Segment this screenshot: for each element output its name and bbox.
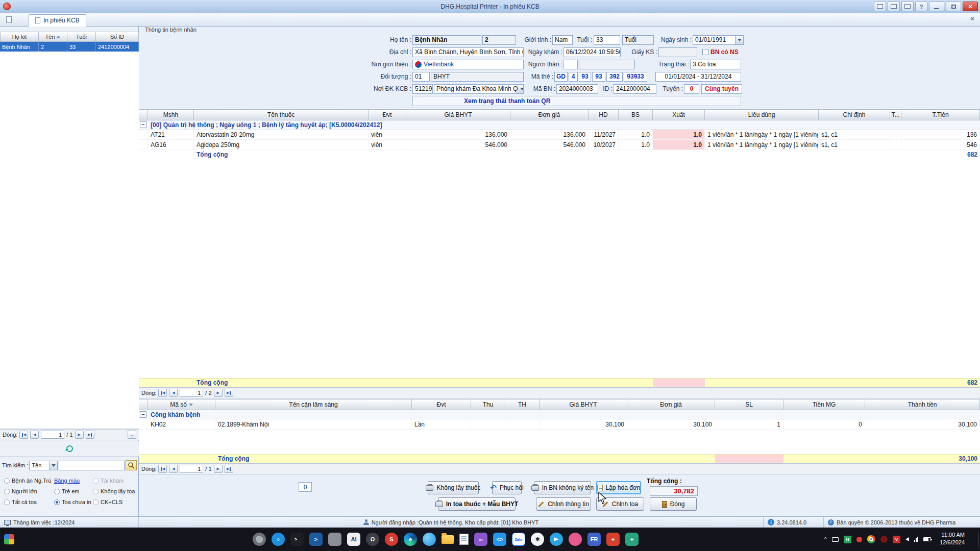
header-dvt[interactable]: Đvt xyxy=(369,110,406,120)
tuoi-unit-input[interactable]: Tuổi xyxy=(622,35,654,45)
trang-thai-input[interactable]: 3.Có toa xyxy=(690,60,741,69)
id-input[interactable]: 2412000004 xyxy=(614,84,656,94)
radio-nguoi-lon[interactable]: Người lớn xyxy=(4,488,54,494)
header-th[interactable]: TH xyxy=(505,399,540,410)
patient-row-selected[interactable]: Bệnh Nhân 2 33 2412000004 xyxy=(0,42,139,52)
ho-ten2-input[interactable]: 2 xyxy=(482,35,516,45)
powershell-icon[interactable]: > xyxy=(309,533,323,546)
gioi-tinh-input[interactable]: Nam xyxy=(552,35,573,45)
collapse-group-icon[interactable]: − xyxy=(140,411,146,418)
ma-the-3[interactable]: 93 xyxy=(579,72,591,82)
header-t[interactable]: T... xyxy=(890,110,901,120)
header-mshh[interactable]: Mshh xyxy=(148,110,194,120)
giay-ks-input[interactable] xyxy=(658,47,697,57)
skype-red-icon[interactable]: S xyxy=(385,533,398,546)
file-explorer-icon[interactable] xyxy=(442,535,454,544)
ma-the-6[interactable]: 93933 xyxy=(624,72,647,82)
tab-in-phieu-kcb[interactable]: In phiếu KCB xyxy=(29,14,86,27)
maximize-button[interactable] xyxy=(946,2,961,11)
medicine-row[interactable]: AG16 Agidopa 250mg viên 546.000 546.000 … xyxy=(139,140,980,150)
next-page-button[interactable]: ▶ xyxy=(75,431,84,439)
ma-the-1[interactable]: GD xyxy=(554,72,568,82)
minimize-button[interactable] xyxy=(929,2,944,11)
tuyen-input[interactable]: 0 xyxy=(684,84,699,94)
last-page-button[interactable]: ▶ xyxy=(86,431,94,439)
ho-ten-input[interactable]: Bệnh Nhân xyxy=(412,35,481,45)
header-don-gia[interactable]: Đơn giá xyxy=(627,399,715,410)
ai-app-icon[interactable]: AI xyxy=(347,533,360,546)
page-input[interactable]: 1 xyxy=(180,389,203,397)
network-icon[interactable] xyxy=(914,537,918,542)
nguoi-than-code-input[interactable] xyxy=(564,60,578,69)
chatgpt-icon[interactable]: ✱ xyxy=(531,533,544,546)
noi-dk-code-input[interactable]: 51219 xyxy=(412,84,433,94)
taskbar-clock[interactable]: 11:00 AM 12/6/2024 xyxy=(940,531,965,546)
col-ho-lot[interactable]: Họ lót xyxy=(0,32,39,42)
settings-gear-icon[interactable] xyxy=(253,533,266,546)
col-so-id[interactable]: Số ID xyxy=(96,32,139,42)
radio-ck-cls[interactable]: CK+CLS xyxy=(93,499,136,505)
radio-tre-em[interactable]: Trẻ em xyxy=(54,488,93,494)
last-page-button[interactable]: ▶ xyxy=(225,465,233,473)
noi-dk-combo[interactable]: Phòng khám Đa Khoa Minh Q xyxy=(434,84,524,94)
office-red-icon[interactable]: + xyxy=(606,533,620,546)
globe-browser-icon[interactable] xyxy=(423,533,436,546)
header-xuat[interactable]: Xuất xyxy=(653,110,705,120)
col-tuoi[interactable]: Tuổi xyxy=(67,32,96,42)
header-bs[interactable]: BS xyxy=(619,110,653,120)
noi-gioi-thieu-input[interactable]: Viettinbank xyxy=(412,60,524,69)
dia-chi-input[interactable]: Xã Bình Chánh, Huyện Bình Sơn, Tỉnh Q xyxy=(412,47,524,57)
prev-page-button[interactable]: ◀ xyxy=(30,431,39,439)
next-page-button[interactable]: ▶ xyxy=(214,389,223,397)
first-page-button[interactable]: ◀ xyxy=(19,431,28,439)
dong-button[interactable]: Đóng xyxy=(650,497,697,511)
header-tien-mg[interactable]: Tiền MG xyxy=(783,399,865,410)
header-thanh-tien[interactable]: Thành tiền xyxy=(865,399,980,410)
service-row[interactable]: KH02 02.1899-Khám Nội Lần 30,100 30,100 … xyxy=(139,419,980,430)
chinh-thong-tin-button[interactable]: Chỉnh thông tin xyxy=(536,497,591,511)
opera-icon[interactable]: O xyxy=(366,533,379,546)
search-icon[interactable]: ○ xyxy=(272,533,285,546)
nguoi-than-input[interactable] xyxy=(579,60,635,69)
collapse-group-icon[interactable]: − xyxy=(140,121,146,128)
header-hd[interactable]: HD xyxy=(589,110,619,120)
ma-the-4[interactable]: 93 xyxy=(592,72,605,82)
zalo-icon[interactable]: Zalo xyxy=(512,533,525,546)
keyboard-icon[interactable] xyxy=(832,537,839,542)
radio-khong-lay-toa[interactable]: Không lấy toa xyxy=(93,488,136,494)
firefox-dev-icon[interactable]: FR xyxy=(587,533,601,546)
service-group-row[interactable]: − Công khám bệnh xyxy=(139,410,980,419)
show-desktop-button[interactable] xyxy=(978,532,980,547)
medicine-row[interactable]: AT21 Atorvastatin 20 20mg viên 136.000 1… xyxy=(139,130,980,140)
tray-chrome-icon[interactable] xyxy=(867,535,875,543)
prev-page-button[interactable]: ◀ xyxy=(169,389,178,397)
medicine-group-row[interactable]: − [00] Quản trị hệ thống ; Ngày uống 1 ;… xyxy=(139,120,980,130)
counter-box[interactable]: 0 xyxy=(299,482,312,492)
vscode-icon[interactable]: <> xyxy=(493,533,506,546)
collapse-button[interactable]: – xyxy=(128,431,136,439)
ma-the-2[interactable]: 4 xyxy=(569,72,578,82)
edge-icon[interactable]: e xyxy=(404,533,417,546)
header-lieu-dung[interactable]: Liều dùng xyxy=(705,110,819,120)
next-page-button[interactable]: ▶ xyxy=(214,465,223,473)
han-the-input[interactable]: 01/01/2024 - 31/12/2024 xyxy=(655,72,741,82)
copy-pages-icon[interactable] xyxy=(901,2,914,11)
first-page-button[interactable]: ◀ xyxy=(158,465,167,473)
header-ten-cls[interactable]: Tên cận lâm sàng xyxy=(215,399,412,410)
help-icon[interactable]: ? xyxy=(915,2,927,11)
in-toa-thuoc-button[interactable]: In toa thuốc + Mẫu BHYT xyxy=(438,497,516,511)
visual-studio-icon[interactable]: ∞ xyxy=(474,533,487,546)
in-bn-khong-ky-ten-button[interactable]: In BN không ký tên xyxy=(534,481,591,494)
start-button-icon[interactable] xyxy=(236,534,247,545)
speaker-icon[interactable] xyxy=(905,537,909,541)
header-thu[interactable]: Thu xyxy=(471,399,505,410)
radio-benh-an-ng-tru[interactable]: Bệnh án Ng.Trú xyxy=(4,478,54,484)
pharmacy-app-icon[interactable]: + xyxy=(625,533,639,546)
radio-tat-ca-toa[interactable]: Tất cả toa xyxy=(4,499,54,505)
header-dvt[interactable]: Đvt xyxy=(412,399,471,410)
close-tab-icon[interactable]: × xyxy=(969,16,976,23)
header-don-gia[interactable]: Đơn giá xyxy=(510,110,589,120)
tray-v-app-icon[interactable]: V xyxy=(893,536,900,543)
header-gia-bhyt[interactable]: Giá BHYT xyxy=(540,399,627,410)
doi-tuong-name-input[interactable]: BHYT xyxy=(431,72,524,82)
